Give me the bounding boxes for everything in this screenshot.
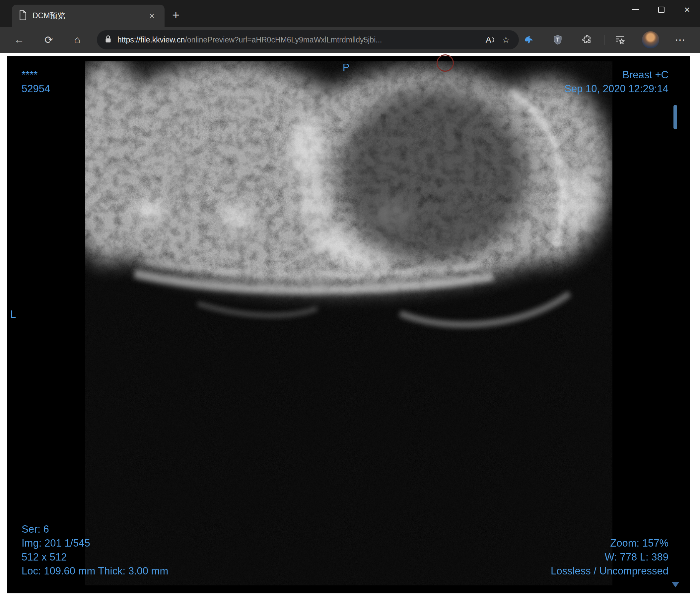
patient-number: 52954	[22, 82, 50, 96]
address-bar[interactable]: https://file.kkview.cn/onlinePreview?url…	[97, 30, 519, 49]
slice-location: Loc: 109.60 mm Thick: 3.00 mm	[22, 564, 168, 578]
tab-title: DCM预览	[32, 10, 146, 21]
blue-extension-icon[interactable]	[519, 30, 538, 49]
lock-icon[interactable]	[105, 35, 111, 45]
back-icon[interactable]: ←	[10, 30, 28, 49]
read-aloud-letter: A	[486, 35, 492, 45]
maximize-icon	[658, 7, 665, 13]
window-level: W: 778 L: 389	[551, 550, 669, 564]
toolbar-divider	[604, 35, 604, 45]
shield-extension-icon[interactable]	[548, 30, 567, 49]
url-path: /onlinePreview?url=aHR0cHM6Ly9maWxlLmtrd…	[185, 35, 382, 44]
slice-scrollbar-thumb[interactable]	[673, 105, 677, 129]
favorites-hub-icon[interactable]	[610, 30, 629, 49]
read-aloud-icon[interactable]: A	[483, 32, 498, 47]
home-icon[interactable]: ⌂	[68, 30, 86, 49]
overlay-top-left: **** 52954	[22, 68, 50, 96]
maximize-button[interactable]	[648, 0, 674, 19]
more-menu-icon[interactable]: ⋯	[671, 30, 690, 49]
minimize-icon	[632, 9, 639, 10]
zoom-level: Zoom: 157%	[551, 536, 669, 550]
document-icon	[19, 10, 27, 22]
dicom-viewer[interactable]: **** 52954 Breast +C Sep 10, 2020 12:29:…	[7, 56, 690, 593]
patient-id-masked: ****	[22, 68, 50, 82]
study-datetime: Sep 10, 2020 12:29:14	[564, 82, 669, 96]
tab-strip: DCM预览 × + ×	[0, 0, 700, 27]
favorite-star-icon[interactable]: ☆	[498, 32, 514, 47]
url-text: https://file.kkview.cn/onlinePreview?url…	[118, 35, 483, 45]
compression-info: Lossless / Uncompressed	[551, 564, 669, 578]
page-content: **** 52954 Breast +C Sep 10, 2020 12:29:…	[0, 53, 700, 597]
scroll-down-arrow-icon[interactable]	[672, 582, 679, 588]
profile-avatar[interactable]	[642, 31, 659, 48]
image-matrix: 512 x 512	[22, 550, 168, 564]
image-number: Img: 201 1/545	[22, 536, 168, 550]
url-host: https://file.kkview.cn	[118, 35, 185, 44]
annotation-circle[interactable]	[436, 54, 454, 72]
overlay-bottom-left: Ser: 6 Img: 201 1/545 512 x 512 Loc: 109…	[22, 522, 168, 578]
tab-close-icon[interactable]: ×	[146, 10, 158, 22]
close-button[interactable]: ×	[674, 0, 700, 19]
overlay-bottom-right: Zoom: 157% W: 778 L: 389 Lossless / Unco…	[551, 536, 669, 578]
overlay-top-right: Breast +C Sep 10, 2020 12:29:14	[564, 68, 669, 96]
study-description: Breast +C	[564, 68, 669, 82]
navigation-bar: ← ⟳ ⌂ https://file.kkview.cn/onlinePrevi…	[0, 27, 700, 53]
refresh-icon[interactable]: ⟳	[40, 30, 58, 49]
orientation-marker-left: L	[10, 308, 16, 321]
extensions-puzzle-icon[interactable]	[578, 30, 597, 49]
new-tab-button[interactable]: +	[168, 7, 184, 23]
minimize-button[interactable]	[622, 0, 648, 19]
browser-tab[interactable]: DCM预览 ×	[12, 5, 165, 27]
orientation-marker-posterior: P	[343, 61, 350, 75]
mri-image[interactable]	[85, 61, 612, 586]
series-number: Ser: 6	[22, 522, 168, 536]
window-controls: ×	[622, 0, 700, 19]
